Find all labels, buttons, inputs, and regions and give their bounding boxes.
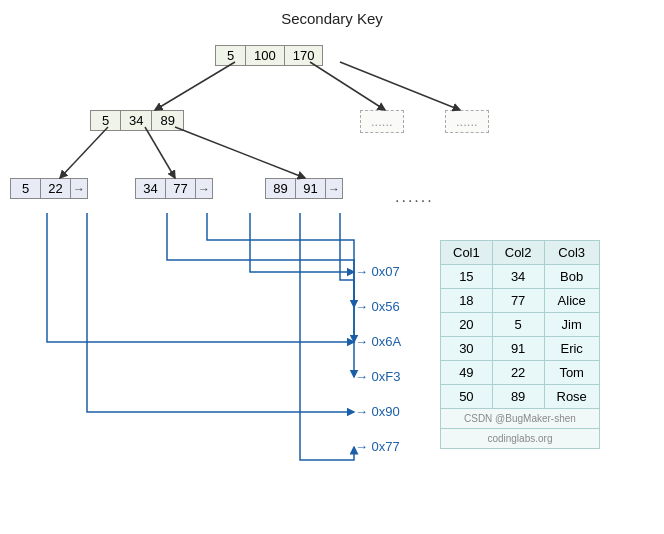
r1c2: 34 <box>492 265 544 289</box>
leaf2-arrow: → <box>196 179 212 198</box>
col3-header: Col3 <box>544 241 599 265</box>
table-row: 18 77 Alice <box>441 289 600 313</box>
r5c2: 22 <box>492 361 544 385</box>
col2-header: Col2 <box>492 241 544 265</box>
leaf1-key2: 22 <box>41 179 71 198</box>
level2-node: 5 34 89 <box>90 110 184 131</box>
ptr-0x77: → 0x77 <box>355 439 400 454</box>
table-row: 30 91 Eric <box>441 337 600 361</box>
r4c3: Eric <box>544 337 599 361</box>
ptr-0xF3: → 0xF3 <box>355 369 401 384</box>
col1-header: Col1 <box>441 241 493 265</box>
footer-site: codinglabs.org <box>441 429 600 449</box>
r4c1: 30 <box>441 337 493 361</box>
r1c1: 15 <box>441 265 493 289</box>
svg-line-3 <box>60 127 108 178</box>
r3c3: Jim <box>544 313 599 337</box>
table-row: 49 22 Tom <box>441 361 600 385</box>
l2-cell-3: 89 <box>152 111 182 130</box>
main-container: Secondary Key 5 100 170 5 34 89 ...... .… <box>0 0 664 534</box>
leaf3-key2: 91 <box>296 179 326 198</box>
ptr-0x56: → 0x56 <box>355 299 400 314</box>
leaf3-arrow: → <box>326 179 342 198</box>
svg-line-4 <box>145 127 175 178</box>
root-cell-3: 170 <box>285 46 323 65</box>
leaf-node-1: 5 22 → 0x6A 0x90 <box>10 178 72 190</box>
r1c3: Bob <box>544 265 599 289</box>
table-footer-row: CSDN @BugMaker-shen <box>441 409 600 429</box>
leaf1-arrow: → <box>71 179 87 198</box>
svg-line-0 <box>155 62 235 110</box>
r6c3: Rose <box>544 385 599 409</box>
table-row: 50 89 Rose <box>441 385 600 409</box>
leaf1-key1: 5 <box>11 179 41 198</box>
page-title: Secondary Key <box>0 0 664 27</box>
l2-cell-2: 34 <box>121 111 152 130</box>
dots-middle: ...... <box>395 188 434 206</box>
leaf-node-3: 89 91 → 0x77 0xF3 <box>265 178 326 190</box>
r4c2: 91 <box>492 337 544 361</box>
table-footer-row2: codinglabs.org <box>441 429 600 449</box>
leaf2-key2: 77 <box>166 179 196 198</box>
dashed-node-1: ...... <box>360 110 404 133</box>
ptr-0x07: → 0x07 <box>355 264 400 279</box>
r2c2: 77 <box>492 289 544 313</box>
r6c2: 89 <box>492 385 544 409</box>
leaf3-key1: 89 <box>266 179 296 198</box>
r2c3: Alice <box>544 289 599 313</box>
dashed-node-2: ...... <box>445 110 489 133</box>
table-row: 15 34 Bob <box>441 265 600 289</box>
ptr-0x90: → 0x90 <box>355 404 400 419</box>
root-cell-1: 5 <box>216 46 246 65</box>
leaf2-key1: 34 <box>136 179 166 198</box>
table-row: 20 5 Jim <box>441 313 600 337</box>
ptr-0x6A: → 0x6A <box>355 334 401 349</box>
r2c1: 18 <box>441 289 493 313</box>
svg-line-5 <box>175 127 305 178</box>
r3c1: 20 <box>441 313 493 337</box>
root-cell-2: 100 <box>246 46 285 65</box>
svg-line-2 <box>340 62 460 110</box>
svg-line-1 <box>310 62 385 110</box>
footer-csdn: CSDN @BugMaker-shen <box>441 409 600 429</box>
leaf-node-2: 34 77 → 0x6A 0x56 <box>135 178 197 190</box>
r3c2: 5 <box>492 313 544 337</box>
root-node: 5 100 170 <box>215 45 323 66</box>
r5c3: Tom <box>544 361 599 385</box>
data-table: Col1 Col2 Col3 15 34 Bob 18 77 Alice 20 … <box>440 240 600 449</box>
r5c1: 49 <box>441 361 493 385</box>
r6c1: 50 <box>441 385 493 409</box>
l2-cell-1: 5 <box>91 111 121 130</box>
